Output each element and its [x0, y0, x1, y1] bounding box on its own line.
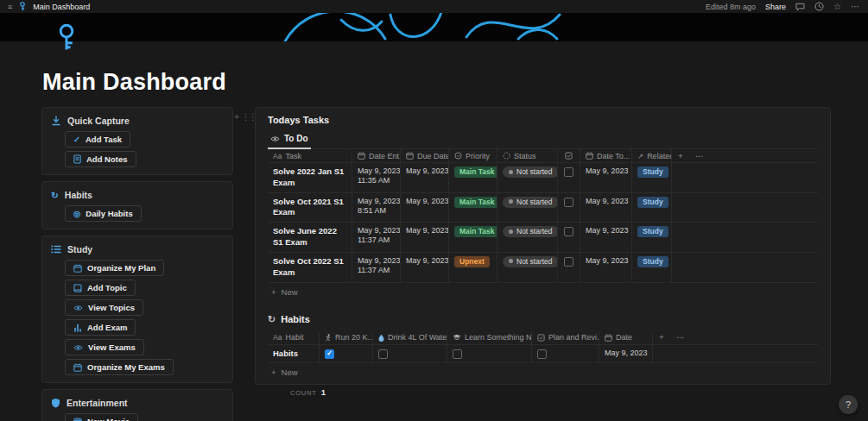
- date-entered-cell[interactable]: May 9, 202311:37 AM: [352, 223, 401, 252]
- column-header-date-to[interactable]: Date To...: [580, 149, 632, 162]
- column-header-status[interactable]: Status: [497, 149, 558, 162]
- task-name-cell[interactable]: Solve Oct 2021 S1 Exam: [268, 193, 352, 223]
- add-exam-button[interactable]: Add Exam: [65, 319, 136, 336]
- date-to-cell[interactable]: May 9, 2023: [580, 253, 632, 282]
- habits-table: AaHabit Run 20 K... Drink 4L Of Water Le…: [268, 331, 818, 397]
- add-topic-button[interactable]: Add Topic: [65, 280, 136, 296]
- new-movie-button[interactable]: New Movie: [65, 413, 138, 421]
- column-header-checkbox[interactable]: [558, 149, 580, 162]
- task-name-cell[interactable]: Solve June 2022 S1 Exam: [268, 223, 352, 252]
- due-date-cell[interactable]: May 9, 2023: [401, 193, 449, 223]
- target-icon: ◎: [73, 209, 80, 218]
- comments-icon[interactable]: [795, 3, 805, 11]
- organize-my-plan-button[interactable]: Organize My Plan: [65, 260, 164, 276]
- menu-icon[interactable]: ≡: [8, 3, 12, 11]
- column-header-plan[interactable]: Plan and Revi...: [532, 331, 599, 344]
- column-header-run[interactable]: Run 20 K...: [320, 331, 373, 344]
- column-header-priority[interactable]: Priority: [449, 149, 497, 162]
- chart-icon: [73, 324, 82, 332]
- quick-capture-card: Quick Capture ✓ Add Task Add Notes: [41, 107, 233, 175]
- column-header-task[interactable]: AaTask: [268, 149, 352, 162]
- status-cell[interactable]: Not started: [497, 163, 558, 192]
- new-habit-row[interactable]: + New: [268, 363, 818, 381]
- count-value: 1: [321, 387, 326, 397]
- page-icon[interactable]: [54, 23, 79, 53]
- book-icon: [73, 284, 82, 292]
- due-date-cell[interactable]: May 9, 2023: [401, 163, 449, 192]
- priority-cell[interactable]: Main Task: [449, 163, 497, 192]
- add-task-button[interactable]: ✓ Add Task: [65, 131, 130, 148]
- due-date-cell[interactable]: May 9, 2023: [401, 223, 449, 252]
- daily-habits-button[interactable]: ◎ Daily Habits: [65, 205, 142, 222]
- date-entered-cell[interactable]: May 9, 20238:51 AM: [352, 193, 401, 223]
- table-row: Solve 2022 Jan S1 Exam May 9, 202311:35 …: [268, 163, 818, 193]
- breadcrumb-title[interactable]: Main Dashboard: [33, 3, 90, 11]
- checkbox[interactable]: [453, 349, 462, 359]
- button-label: Add Exam: [87, 323, 127, 332]
- add-block-button[interactable]: +: [234, 112, 239, 122]
- share-button[interactable]: Share: [765, 3, 786, 11]
- organize-my-exams-button[interactable]: Organize My Exams: [65, 359, 174, 375]
- add-column-button[interactable]: +: [672, 149, 689, 162]
- checkbox[interactable]: [564, 227, 573, 236]
- add-notes-button[interactable]: Add Notes: [65, 151, 136, 167]
- add-column-button[interactable]: +: [653, 331, 670, 344]
- more-options-icon[interactable]: ⋯: [851, 2, 860, 11]
- checkbox[interactable]: [325, 349, 334, 359]
- date-to-cell[interactable]: May 9, 2023: [580, 163, 632, 192]
- checkbox[interactable]: [537, 349, 547, 359]
- column-header-learn[interactable]: Learn Something New: [447, 331, 532, 344]
- cover-image[interactable]: [0, 13, 868, 41]
- card-header: Study: [51, 242, 224, 256]
- priority-cell[interactable]: Main Task: [449, 193, 497, 223]
- check-icon: ✓: [73, 135, 80, 144]
- task-name-cell[interactable]: Solve 2022 Jan S1 Exam: [268, 163, 352, 192]
- table-options-button[interactable]: ⋯: [670, 331, 691, 344]
- related-badge: Study: [637, 197, 668, 208]
- drag-handle[interactable]: ⋮⋮: [242, 112, 256, 122]
- due-date-cell[interactable]: May 9, 2023: [401, 253, 449, 282]
- view-topics-button[interactable]: View Topics: [65, 299, 143, 316]
- status-cell[interactable]: Not started: [497, 253, 558, 282]
- new-task-row[interactable]: + New: [268, 283, 818, 301]
- column-header-related[interactable]: ↗Related ...: [632, 149, 672, 162]
- select-icon: [454, 152, 462, 160]
- page-title[interactable]: Main Dashboard: [42, 69, 226, 96]
- calendar-icon: [586, 152, 593, 160]
- help-button[interactable]: ?: [839, 395, 858, 414]
- checkbox[interactable]: [564, 198, 573, 207]
- count-aggregate[interactable]: COUNT 1: [268, 381, 326, 397]
- column-header-date-entered[interactable]: Date Ent...: [352, 149, 401, 162]
- date-to-cell[interactable]: May 9, 2023: [580, 193, 632, 223]
- date-cell[interactable]: May 9, 2023: [599, 345, 653, 362]
- calendar-icon: [406, 152, 414, 160]
- checkbox[interactable]: [564, 167, 573, 177]
- graduation-cap-icon: [453, 334, 461, 341]
- column-header-habit[interactable]: AaHabit: [268, 331, 320, 344]
- habit-name-cell[interactable]: Habits: [268, 345, 320, 362]
- column-header-drink[interactable]: Drink 4L Of Water: [373, 331, 447, 344]
- status-cell[interactable]: Not started: [497, 193, 558, 223]
- checkbox[interactable]: [564, 257, 573, 267]
- favorite-star-icon[interactable]: ☆: [833, 2, 841, 11]
- checkbox[interactable]: [378, 349, 388, 359]
- date-entered-cell[interactable]: May 9, 202311:37 AM: [352, 253, 401, 282]
- related-cell[interactable]: Study: [632, 193, 672, 223]
- priority-cell[interactable]: Upnext: [449, 253, 497, 282]
- related-cell[interactable]: Study: [632, 253, 672, 282]
- status-cell[interactable]: Not started: [497, 223, 558, 252]
- column-header-date[interactable]: Date: [599, 331, 653, 344]
- view-exams-button[interactable]: View Exams: [65, 339, 144, 355]
- date-to-cell[interactable]: May 9, 2023: [580, 223, 632, 252]
- shield-icon: [51, 398, 60, 408]
- related-cell[interactable]: Study: [632, 163, 672, 192]
- updates-clock-icon[interactable]: [814, 2, 824, 11]
- column-header-due-date[interactable]: Due Date: [401, 149, 449, 162]
- task-name-cell[interactable]: Solve Oct 2022 S1 Exam: [268, 253, 352, 282]
- priority-cell[interactable]: Main Task: [449, 223, 497, 252]
- date-entered-cell[interactable]: May 9, 202311:35 AM: [352, 163, 401, 192]
- button-label: New Movie: [87, 417, 130, 421]
- related-cell[interactable]: Study: [632, 223, 672, 252]
- table-options-button[interactable]: ⋯: [689, 149, 710, 162]
- tab-to-do[interactable]: To Do: [268, 131, 311, 149]
